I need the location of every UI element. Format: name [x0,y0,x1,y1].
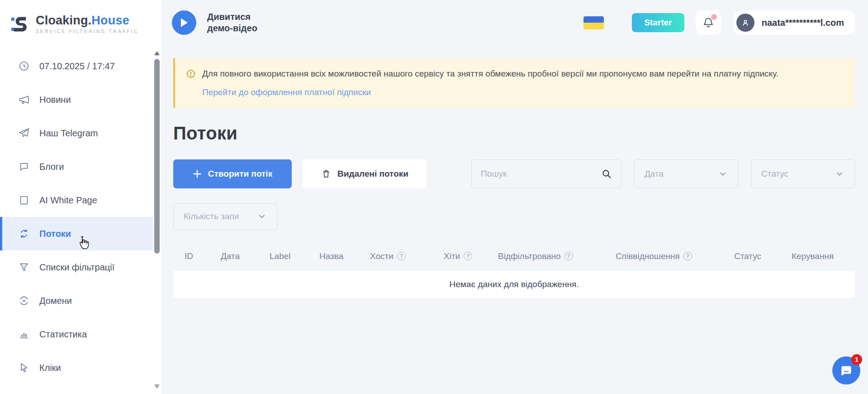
banner-text: Для повного використання всіх можливосте… [202,68,778,80]
chat-icon [18,161,30,173]
deleted-streams-button[interactable]: Видалені потоки [303,159,427,188]
sidebar-item-news[interactable]: Новини [0,83,153,116]
sidebar-item-label: Статистика [39,329,87,340]
help-icon[interactable]: ? [683,252,692,260]
funnel-icon [18,261,30,273]
plus-icon [193,169,202,178]
chat-launcher-button[interactable]: 1 [832,356,860,384]
scroll-up-arrow-icon[interactable] [154,51,160,55]
column-header-status: Статус [734,251,792,261]
date-filter-select[interactable]: Дата [634,159,738,188]
clock-icon [18,60,30,72]
content: Потоки Створити потік Видалені потоки Да… [161,123,868,298]
help-icon[interactable]: ? [397,252,406,260]
person-icon [740,17,751,28]
send-icon [18,127,30,139]
chevron-down-icon [257,211,267,221]
scroll-down-arrow-icon[interactable] [154,384,160,389]
brand-logo[interactable]: Cloaking.House SERVICE FILTERING TRAFFIC [0,0,161,34]
sidebar-item-datetime[interactable]: 07.10.2025 / 17:47 [0,49,153,83]
trial-warning-banner: Для повного використання всіх можливосте… [173,58,855,108]
controls-row: Створити потік Видалені потоки Дата Стат [173,159,855,188]
demo-video-play-button[interactable] [172,10,196,35]
table-header-row: IDДатаLabelНазваХости?Хіти?Відфільтрован… [173,251,855,261]
help-icon[interactable]: ? [564,252,573,260]
create-stream-button[interactable]: Створити потік [173,159,292,188]
main-area: Дивитися демо-відео Starter naata*******… [161,0,868,394]
sidebar-item-label: AI White Page [39,195,97,206]
play-icon [180,18,189,28]
sidebar-item-label: Домени [39,296,72,306]
scrollbar-thumb[interactable] [154,59,160,254]
sidebar: Cloaking.House SERVICE FILTERING TRAFFIC… [0,0,161,394]
topbar: Дивитися демо-відео Starter naata*******… [161,0,868,45]
sidebar-item-label: 07.10.2025 / 17:47 [39,61,115,72]
svg-text:w: w [22,298,26,303]
chat-unread-badge: 1 [851,354,862,365]
page-icon [18,194,30,206]
column-header-hits: Хіти? [444,251,498,261]
brand-tagline: SERVICE FILTERING TRAFFIC [36,29,139,34]
sidebar-item-label: Кліки [39,363,61,373]
sidebar-item-blogs[interactable]: Блоги [0,150,153,183]
sidebar-item-streams[interactable]: Потоки [0,217,153,250]
sidebar-menu: 07.10.2025 / 17:47НовиниНаш TelegramБлог… [0,49,153,384]
sidebar-item-label: Потоки [39,229,71,239]
search-icon[interactable] [601,168,612,179]
megaphone-icon [18,94,30,106]
account-menu[interactable]: naata**********l.com [733,10,855,35]
sidebar-item-label: Блоги [39,162,64,172]
demo-video-label[interactable]: Дивитися демо-відео [207,11,257,34]
column-header-filtered: Відфільтровано? [498,251,616,261]
notifications-button[interactable] [696,10,721,35]
status-filter-select[interactable]: Статус [751,159,855,188]
globe-w-icon: w [18,295,30,307]
sidebar-item-domains[interactable]: wДомени [0,284,153,317]
avatar [736,14,754,32]
brand-name: Cloaking.House [36,14,139,28]
sidebar-item-label: Списки фільтрації [39,262,114,273]
chart-icon [18,328,30,340]
sidebar-item-filter-lists[interactable]: Списки фільтрації [0,250,153,284]
loop-icon [18,228,30,240]
column-header-id: ID [185,251,221,261]
column-header-hosts: Хости? [370,251,444,261]
column-header-date: Дата [221,251,270,261]
sidebar-item-statistics[interactable]: Статистика [0,317,153,351]
chevron-down-icon [835,169,844,179]
notification-dot [711,14,717,20]
records-count-row: Кількість запи [173,203,855,230]
chevron-down-icon [718,169,728,179]
sidebar-item-telegram[interactable]: Наш Telegram [0,116,153,150]
sidebar-item-ai-white-page[interactable]: AI White Page [0,183,153,217]
page-title: Потоки [173,123,855,144]
search-input[interactable] [481,169,601,179]
chat-bubble-icon [839,363,854,378]
sidebar-item-label: Наш Telegram [39,128,98,139]
search-box [471,159,621,188]
sidebar-scrollbar[interactable] [154,0,160,394]
language-flag-ukraine[interactable] [583,16,604,29]
table-empty-state: Немає даних для відображення. [173,271,855,298]
column-header-manage: Керування [792,251,855,261]
column-header-name: Назва [319,251,370,261]
trash-icon [321,169,331,179]
account-email: naata**********l.com [762,18,844,28]
brand-logo-icon [10,14,30,34]
cursor-icon [18,362,30,374]
empty-state-text: Немає даних для відображення. [450,279,579,289]
warning-icon [186,69,196,79]
records-count-select[interactable]: Кількість запи [173,203,277,230]
column-header-ratio: Співвідношення? [616,251,734,261]
upgrade-subscription-link[interactable]: Перейти до оформлення платної підписки [202,87,371,97]
help-icon[interactable]: ? [464,252,472,260]
sidebar-item-label: Новини [39,95,71,105]
column-header-label: Label [270,251,319,261]
plan-badge[interactable]: Starter [632,13,684,32]
sidebar-item-clicks[interactable]: Кліки [0,351,153,384]
